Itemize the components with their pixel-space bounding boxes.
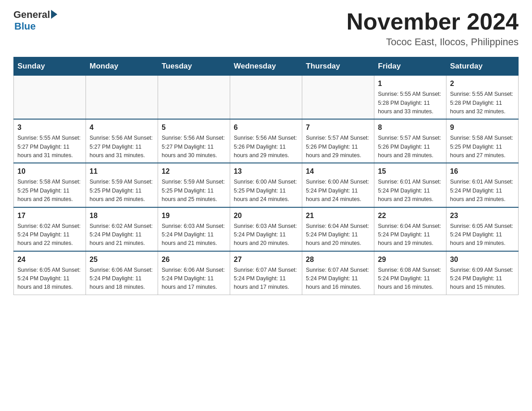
- day-number: 18: [90, 210, 154, 221]
- table-row: 8Sunrise: 5:57 AM Sunset: 5:26 PM Daylig…: [374, 119, 446, 163]
- day-info: Sunrise: 6:07 AM Sunset: 5:24 PM Dayligh…: [234, 266, 298, 292]
- table-row: 25Sunrise: 6:06 AM Sunset: 5:24 PM Dayli…: [86, 251, 158, 295]
- day-info: Sunrise: 6:02 AM Sunset: 5:24 PM Dayligh…: [90, 222, 154, 248]
- title-block: November 2024 Tococ East, Ilocos, Philip…: [347, 9, 519, 48]
- table-row: 23Sunrise: 6:05 AM Sunset: 5:24 PM Dayli…: [446, 207, 519, 251]
- day-info: Sunrise: 6:00 AM Sunset: 5:25 PM Dayligh…: [234, 178, 298, 204]
- table-row: 20Sunrise: 6:03 AM Sunset: 5:24 PM Dayli…: [230, 207, 302, 251]
- day-number: 4: [90, 122, 154, 133]
- calendar-week-row: 10Sunrise: 5:58 AM Sunset: 5:25 PM Dayli…: [14, 163, 519, 207]
- day-number: 3: [17, 122, 82, 133]
- header-monday: Monday: [86, 57, 158, 76]
- day-info: Sunrise: 5:56 AM Sunset: 5:27 PM Dayligh…: [90, 134, 154, 160]
- day-number: 5: [162, 122, 226, 133]
- table-row: 12Sunrise: 5:59 AM Sunset: 5:25 PM Dayli…: [158, 163, 230, 207]
- day-number: 22: [378, 210, 442, 221]
- table-row: 19Sunrise: 6:03 AM Sunset: 5:24 PM Dayli…: [158, 207, 230, 251]
- table-row: [14, 76, 86, 120]
- logo-general-text: General: [13, 9, 50, 21]
- calendar-table: Sunday Monday Tuesday Wednesday Thursday…: [13, 57, 519, 295]
- logo: General Blue: [13, 9, 57, 32]
- table-row: 13Sunrise: 6:00 AM Sunset: 5:25 PM Dayli…: [230, 163, 302, 207]
- day-number: 27: [234, 254, 298, 265]
- day-number: 24: [17, 254, 82, 265]
- day-number: 21: [306, 210, 370, 221]
- calendar-subtitle: Tococ East, Ilocos, Philippines: [347, 36, 519, 48]
- calendar-week-row: 1Sunrise: 5:55 AM Sunset: 5:28 PM Daylig…: [14, 76, 519, 120]
- day-number: 10: [17, 166, 82, 177]
- day-info: Sunrise: 5:59 AM Sunset: 5:25 PM Dayligh…: [162, 178, 226, 204]
- day-number: 16: [450, 166, 515, 177]
- weekday-header-row: Sunday Monday Tuesday Wednesday Thursday…: [14, 57, 519, 76]
- day-info: Sunrise: 6:01 AM Sunset: 5:24 PM Dayligh…: [378, 178, 442, 204]
- table-row: 16Sunrise: 6:01 AM Sunset: 5:24 PM Dayli…: [446, 163, 519, 207]
- header-wednesday: Wednesday: [230, 57, 302, 76]
- day-number: 17: [17, 210, 82, 221]
- logo-blue-text: Blue: [14, 21, 57, 32]
- header-friday: Friday: [374, 57, 446, 76]
- day-info: Sunrise: 5:58 AM Sunset: 5:25 PM Dayligh…: [450, 134, 515, 160]
- day-info: Sunrise: 6:04 AM Sunset: 5:24 PM Dayligh…: [378, 222, 442, 248]
- table-row: 26Sunrise: 6:06 AM Sunset: 5:24 PM Dayli…: [158, 251, 230, 295]
- table-row: 24Sunrise: 6:05 AM Sunset: 5:24 PM Dayli…: [14, 251, 86, 295]
- header-sunday: Sunday: [14, 57, 86, 76]
- table-row: [158, 76, 230, 120]
- day-info: Sunrise: 5:56 AM Sunset: 5:26 PM Dayligh…: [234, 134, 298, 160]
- header-tuesday: Tuesday: [158, 57, 230, 76]
- table-row: 3Sunrise: 5:55 AM Sunset: 5:27 PM Daylig…: [14, 119, 86, 163]
- table-row: 11Sunrise: 5:59 AM Sunset: 5:25 PM Dayli…: [86, 163, 158, 207]
- table-row: [86, 76, 158, 120]
- day-info: Sunrise: 5:58 AM Sunset: 5:25 PM Dayligh…: [17, 178, 82, 204]
- day-number: 6: [234, 122, 298, 133]
- day-info: Sunrise: 5:57 AM Sunset: 5:26 PM Dayligh…: [306, 134, 370, 160]
- day-number: 7: [306, 122, 370, 133]
- table-row: 21Sunrise: 6:04 AM Sunset: 5:24 PM Dayli…: [302, 207, 374, 251]
- table-row: 15Sunrise: 6:01 AM Sunset: 5:24 PM Dayli…: [374, 163, 446, 207]
- day-number: 12: [162, 166, 226, 177]
- day-info: Sunrise: 5:55 AM Sunset: 5:27 PM Dayligh…: [17, 134, 82, 160]
- day-number: 9: [450, 122, 515, 133]
- table-row: 7Sunrise: 5:57 AM Sunset: 5:26 PM Daylig…: [302, 119, 374, 163]
- table-row: 10Sunrise: 5:58 AM Sunset: 5:25 PM Dayli…: [14, 163, 86, 207]
- table-row: 22Sunrise: 6:04 AM Sunset: 5:24 PM Dayli…: [374, 207, 446, 251]
- day-info: Sunrise: 5:57 AM Sunset: 5:26 PM Dayligh…: [378, 134, 442, 160]
- day-number: 20: [234, 210, 298, 221]
- table-row: 18Sunrise: 6:02 AM Sunset: 5:24 PM Dayli…: [86, 207, 158, 251]
- calendar-week-row: 24Sunrise: 6:05 AM Sunset: 5:24 PM Dayli…: [14, 251, 519, 295]
- table-row: 9Sunrise: 5:58 AM Sunset: 5:25 PM Daylig…: [446, 119, 519, 163]
- table-row: 6Sunrise: 5:56 AM Sunset: 5:26 PM Daylig…: [230, 119, 302, 163]
- calendar-week-row: 3Sunrise: 5:55 AM Sunset: 5:27 PM Daylig…: [14, 119, 519, 163]
- day-info: Sunrise: 6:01 AM Sunset: 5:24 PM Dayligh…: [450, 178, 515, 204]
- table-row: 14Sunrise: 6:00 AM Sunset: 5:24 PM Dayli…: [302, 163, 374, 207]
- day-number: 14: [306, 166, 370, 177]
- logo-arrow-icon: [51, 10, 57, 19]
- day-info: Sunrise: 5:59 AM Sunset: 5:25 PM Dayligh…: [90, 178, 154, 204]
- day-number: 11: [90, 166, 154, 177]
- day-info: Sunrise: 6:02 AM Sunset: 5:24 PM Dayligh…: [17, 222, 82, 248]
- calendar-title: November 2024: [347, 9, 519, 34]
- header-thursday: Thursday: [302, 57, 374, 76]
- day-number: 2: [450, 78, 515, 89]
- day-number: 15: [378, 166, 442, 177]
- day-info: Sunrise: 6:05 AM Sunset: 5:24 PM Dayligh…: [450, 222, 515, 248]
- table-row: 1Sunrise: 5:55 AM Sunset: 5:28 PM Daylig…: [374, 76, 446, 120]
- day-info: Sunrise: 5:55 AM Sunset: 5:28 PM Dayligh…: [378, 90, 442, 116]
- table-row: 27Sunrise: 6:07 AM Sunset: 5:24 PM Dayli…: [230, 251, 302, 295]
- day-number: 19: [162, 210, 226, 221]
- day-number: 25: [90, 254, 154, 265]
- table-row: [302, 76, 374, 120]
- day-number: 28: [306, 254, 370, 265]
- table-row: 4Sunrise: 5:56 AM Sunset: 5:27 PM Daylig…: [86, 119, 158, 163]
- table-row: 30Sunrise: 6:09 AM Sunset: 5:24 PM Dayli…: [446, 251, 519, 295]
- day-number: 26: [162, 254, 226, 265]
- table-row: [230, 76, 302, 120]
- table-row: 28Sunrise: 6:07 AM Sunset: 5:24 PM Dayli…: [302, 251, 374, 295]
- day-info: Sunrise: 6:06 AM Sunset: 5:24 PM Dayligh…: [90, 266, 154, 292]
- day-info: Sunrise: 5:56 AM Sunset: 5:27 PM Dayligh…: [162, 134, 226, 160]
- day-info: Sunrise: 6:05 AM Sunset: 5:24 PM Dayligh…: [17, 266, 82, 292]
- day-number: 30: [450, 254, 515, 265]
- table-row: 2Sunrise: 5:55 AM Sunset: 5:28 PM Daylig…: [446, 76, 519, 120]
- table-row: 5Sunrise: 5:56 AM Sunset: 5:27 PM Daylig…: [158, 119, 230, 163]
- table-row: 17Sunrise: 6:02 AM Sunset: 5:24 PM Dayli…: [14, 207, 86, 251]
- day-info: Sunrise: 6:00 AM Sunset: 5:24 PM Dayligh…: [306, 178, 370, 204]
